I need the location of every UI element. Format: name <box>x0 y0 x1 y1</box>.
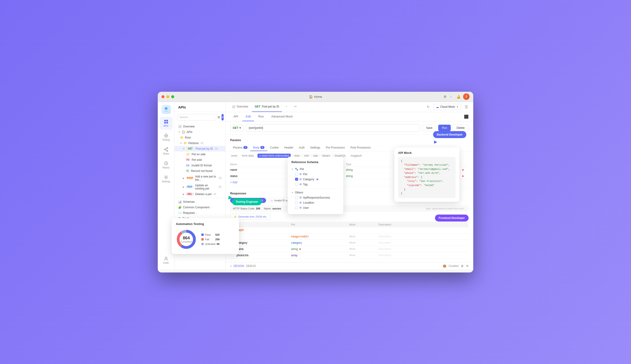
sidebar-item-invite[interactable]: Invite <box>160 254 173 267</box>
tab-bar: ⬜ Overview GET Find pet by ID + ••• ↻ ☁ … <box>226 102 473 112</box>
body-tab-form-data[interactable]: form-data <box>241 154 255 158</box>
tab-overview[interactable]: ⬜ Overview <box>229 102 251 112</box>
param-tab-body[interactable]: Body 2 <box>250 144 267 151</box>
testing-engineer-label[interactable]: Testing Engineer <box>232 198 262 205</box>
tab-add-button[interactable]: + <box>283 102 290 112</box>
schema-api-response-checkbox[interactable] <box>295 196 298 199</box>
save-button[interactable]: Save <box>422 125 436 131</box>
body-tab-none[interactable]: none <box>230 154 238 158</box>
close-button[interactable] <box>161 95 164 98</box>
cloud-mock-button[interactable]: ☁ Cloud Mock ▼ <box>433 104 461 110</box>
delete-pet-method: DEL <box>186 192 194 196</box>
body-tab-msgpack[interactable]: msgpack <box>350 154 363 158</box>
filter-button[interactable]: ⊞ <box>218 114 220 120</box>
user-avatar[interactable]: J <box>463 93 470 100</box>
tree-item-petstore[interactable]: ▼ 📁 Petstore (4) <box>174 140 225 146</box>
tree-item-pet-on-sale[interactable]: ⚡ Pet on sale <box>174 152 225 157</box>
schema-api-response-item[interactable]: ⊞ ApiResponseSuccess <box>291 195 340 200</box>
param-tab-header[interactable]: Header <box>281 144 296 151</box>
schema-tag-item[interactable]: ⊞ Tag <box>291 182 340 187</box>
design-tab[interactable]: DESIGN <box>234 264 244 268</box>
schema-user-checkbox[interactable] <box>295 206 298 209</box>
api-tab-advanced-mock[interactable]: Advanced Mock <box>268 112 296 121</box>
automation-title: Automation Testing <box>176 222 235 226</box>
schema-category-item[interactable]: ✓ ⊞ Category ▶ <box>291 177 340 182</box>
frontend-developer-label[interactable]: Frontend Developer <box>435 214 469 222</box>
tab-more-button[interactable]: ••• <box>291 102 300 112</box>
sidebar-item-settings[interactable]: Settings <box>160 172 173 185</box>
api-mock-panel: API Mock { "fullName": "Jeremy Parisian"… <box>394 147 459 202</box>
rbt-category-desc[interactable]: Description <box>379 241 466 244</box>
add-api-button[interactable]: + <box>222 114 224 120</box>
api-tab-api[interactable]: API <box>230 112 242 121</box>
settings-debug-icon[interactable]: ⚙ <box>466 264 469 268</box>
tab-find-pet[interactable]: GET Find pet by ID <box>252 102 282 112</box>
schema-user-label: User <box>303 206 309 210</box>
tree-item-requests[interactable]: 📨 Requests › <box>174 210 225 216</box>
tree-item-common-component[interactable]: 🧩 Common Component › <box>174 204 225 210</box>
tree-item-overview[interactable]: ⬜ Overview <box>174 124 225 129</box>
schema-category-icon: ⊞ <box>300 178 302 181</box>
run-button[interactable]: Run <box>438 125 451 131</box>
tree-item-add-pet[interactable]: ▶ POST Add a new pet to the... (5) <box>174 174 225 182</box>
backend-developer-label[interactable]: Backend Developer <box>433 131 466 138</box>
rbt-id-desc[interactable]: Description <box>379 235 466 238</box>
rbt-name-desc[interactable]: Description <box>379 248 466 251</box>
settings-icon[interactable]: ⚙ <box>444 95 447 98</box>
method-select[interactable]: GET ▾ <box>230 125 243 131</box>
schema-location-checkbox[interactable] <box>295 201 298 204</box>
tree-item-pet-sold[interactable]: Pe Pet sold <box>174 157 225 163</box>
param-tab-post-processors[interactable]: Post Processors <box>348 144 373 151</box>
rbt-photourls-mock[interactable]: Mock <box>349 254 379 257</box>
schema-user-item[interactable]: ⊞ User <box>291 205 340 210</box>
cloud-icon: ☁ <box>436 105 439 109</box>
sidebar-item-testing[interactable]: Testing <box>160 131 173 144</box>
param-tab-auth[interactable]: Auth <box>296 144 308 151</box>
schema-location-item[interactable]: ⊞ Localtion <box>291 200 340 205</box>
tree-item-record-not-found[interactable]: Cl Record not found <box>174 168 225 174</box>
sidebar-toggle-icon[interactable]: ⬛ <box>464 114 469 119</box>
menu-icon[interactable]: ☰ <box>463 104 470 110</box>
sidebar-item-apis[interactable]: APIs <box>160 117 173 130</box>
schema-others-group[interactable]: ▼ Others <box>291 190 340 195</box>
api-tab-edit[interactable]: Edit <box>243 112 254 121</box>
api-tab-run[interactable]: Run <box>255 112 267 121</box>
param-tab-cookie[interactable]: Cookie <box>267 144 281 151</box>
rbt-category-mock[interactable]: Mock <box>349 241 379 244</box>
tree-item-delete-pet[interactable]: ▶ DEL Deletes a pet (3) <box>174 192 225 197</box>
schema-pet-item[interactable]: ⊞ Pet <box>291 172 340 177</box>
schema-pet-group[interactable]: ▼ 🐾 Pet <box>291 166 340 172</box>
apis-icon <box>164 119 168 124</box>
schema-tag-checkbox[interactable] <box>295 183 298 186</box>
delete-button[interactable]: Delete <box>453 125 469 131</box>
tree-item-invalid-id[interactable]: Lo Invalid ID format <box>174 163 225 168</box>
sidebar-share-label: Share <box>163 152 169 155</box>
schema-category-checkbox[interactable]: ✓ <box>295 178 298 181</box>
param-tab-params[interactable]: Params 2 <box>230 144 250 151</box>
tree-item-root[interactable]: 📁 Root <box>174 135 225 140</box>
tree-item-schemas[interactable]: 📊 Schemas <box>174 199 225 204</box>
body-tab-urlencoded[interactable]: x-www-form-urlencoded <box>258 154 291 158</box>
apis-caret: ▼ <box>178 131 180 133</box>
tree-item-find-pet[interactable]: ▼ GET Find pet by ID (4) <box>174 146 225 152</box>
url-input[interactable] <box>246 124 420 132</box>
invalid-id-icon: Lo <box>185 164 190 167</box>
trash-debug-icon[interactable]: 🗑 <box>461 264 464 268</box>
param-tab-pre-processors[interactable]: Pre Processors <box>323 144 348 151</box>
rbt-photourls-desc[interactable]: Description <box>379 254 466 257</box>
rbt-id-mock[interactable]: Mock <box>349 235 379 238</box>
tree-item-apis-folder[interactable]: ▼ 📋 APIs <box>174 129 225 135</box>
refresh-icon[interactable]: ↻ <box>425 104 432 110</box>
schema-pet-checkbox[interactable] <box>295 172 298 176</box>
bell-icon[interactable]: 🔔 <box>457 95 460 98</box>
rbt-name-mock[interactable]: Mock <box>349 248 379 251</box>
debug-tab[interactable]: DEBUG <box>246 264 256 268</box>
maximize-button[interactable] <box>171 95 174 98</box>
api-search-input[interactable] <box>177 114 216 120</box>
tree-item-update-pet[interactable]: ▶ PUT Update an existing pet (9) <box>174 182 225 192</box>
sidebar-item-share[interactable]: Share <box>160 144 173 158</box>
share-icon[interactable]: ↑ <box>450 95 454 98</box>
param-tab-settings[interactable]: Settings <box>307 144 323 151</box>
sidebar-item-history[interactable]: History <box>160 158 173 172</box>
minimize-button[interactable] <box>166 95 169 98</box>
